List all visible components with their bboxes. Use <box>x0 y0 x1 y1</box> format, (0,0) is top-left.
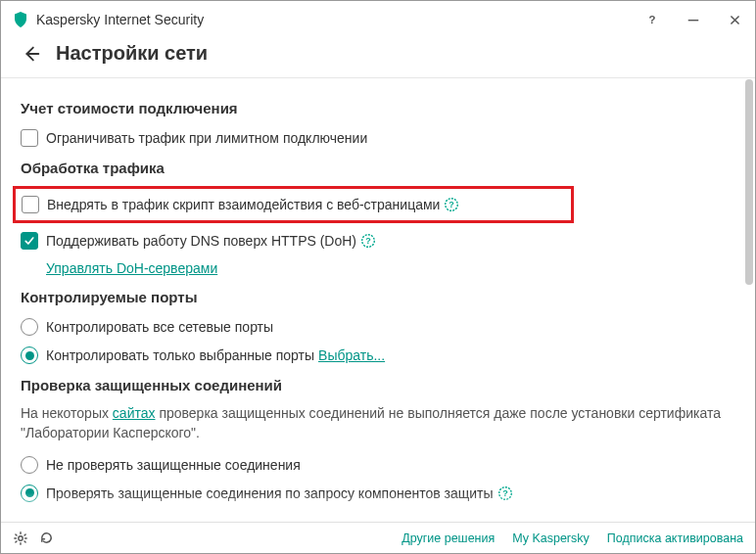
gear-icon[interactable] <box>13 531 28 546</box>
row-inject-script[interactable]: Внедрять в трафик скрипт взаимодействия … <box>22 193 565 216</box>
link-subscription[interactable]: Подписка активирована <box>607 531 743 545</box>
link-ssl-sites[interactable]: сайтах <box>113 405 156 421</box>
row-ssl-dont-check[interactable]: Не проверять защищенные соединения <box>21 453 735 477</box>
svg-text:?: ? <box>365 236 371 246</box>
label-ports-all: Контролировать все сетевые порты <box>46 319 273 335</box>
row-ssl-on-request[interactable]: Проверять защищенные соединения по запро… <box>21 482 735 505</box>
row-ports-all[interactable]: Контролировать все сетевые порты <box>21 315 735 339</box>
refresh-icon[interactable] <box>38 531 54 546</box>
row-manage-doh: Управлять DoH-серверами <box>46 257 735 279</box>
row-limit-traffic[interactable]: Ограничивать трафик при лимитном подключ… <box>21 126 735 150</box>
row-dns-doh[interactable]: Поддерживать работу DNS поверх HTTPS (Do… <box>21 229 735 253</box>
help-button[interactable]: ? <box>643 11 661 28</box>
link-manage-doh[interactable]: Управлять DoH-серверами <box>46 260 217 276</box>
minimize-button[interactable] <box>685 11 702 28</box>
titlebar: Kaspersky Internet Security ? <box>1 1 755 36</box>
highlight-inject-script: Внедрять в трафик скрипт взаимодействия … <box>13 186 574 223</box>
row-ports-selected[interactable]: Контролировать только выбранные порты Вы… <box>21 344 735 367</box>
ssl-description: На некоторых сайтах проверка защищенных … <box>21 403 735 443</box>
svg-rect-1 <box>688 20 699 21</box>
checkbox-limit-traffic[interactable] <box>21 129 38 147</box>
label-inject-script: Внедрять в трафик скрипт взаимодействия … <box>47 197 440 212</box>
radio-ports-selected[interactable] <box>21 346 38 364</box>
close-button[interactable] <box>726 11 743 28</box>
label-ssl-on-request: Проверять защищенные соединения по запро… <box>46 485 494 501</box>
page-header: Настройки сети <box>1 36 755 76</box>
footer: Другие решения My Kaspersky Подписка акт… <box>1 522 755 553</box>
help-icon-inject-script[interactable]: ? <box>444 197 459 212</box>
page-title: Настройки сети <box>56 42 208 65</box>
section-ports-title: Контролируемые порты <box>21 289 735 305</box>
ssl-desc-prefix: На некоторых <box>21 405 113 421</box>
svg-text:?: ? <box>649 14 656 25</box>
radio-ports-all[interactable] <box>21 318 38 336</box>
checkbox-inject-script[interactable] <box>22 196 39 213</box>
checkbox-dns-doh[interactable] <box>21 232 38 250</box>
label-ssl-dont-check: Не проверять защищенные соединения <box>46 457 301 473</box>
svg-text:?: ? <box>449 200 455 209</box>
scrollbar-thumb[interactable] <box>745 79 753 285</box>
app-shield-icon <box>13 12 28 27</box>
section-traffic-title: Обработка трафика <box>21 160 735 176</box>
section-ssl-title: Проверка защищенных соединений <box>21 377 735 393</box>
link-select-ports[interactable]: Выбрать... <box>318 347 385 363</box>
label-ports-selected: Контролировать только выбранные порты <box>46 347 314 363</box>
radio-ssl-dont-check[interactable] <box>21 456 38 474</box>
radio-ssl-on-request[interactable] <box>21 485 38 502</box>
label-limit-traffic: Ограничивать трафик при лимитном подключ… <box>46 130 367 146</box>
help-icon-ssl-on-request[interactable]: ? <box>497 485 513 501</box>
svg-text:?: ? <box>502 488 508 498</box>
scrollbar[interactable] <box>745 79 753 520</box>
back-arrow-icon[interactable] <box>21 43 42 65</box>
section-cost-title: Учет стоимости подключения <box>21 100 735 116</box>
link-my-kaspersky[interactable]: My Kaspersky <box>512 531 590 545</box>
app-title: Kaspersky Internet Security <box>36 12 643 27</box>
label-dns-doh: Поддерживать работу DNS поверх HTTPS (Do… <box>46 233 356 249</box>
settings-content: Учет стоимости подключения Ограничивать … <box>1 78 755 522</box>
help-icon-dns-doh[interactable]: ? <box>360 233 376 249</box>
svg-point-9 <box>19 535 23 539</box>
link-other-solutions[interactable]: Другие решения <box>402 531 495 545</box>
